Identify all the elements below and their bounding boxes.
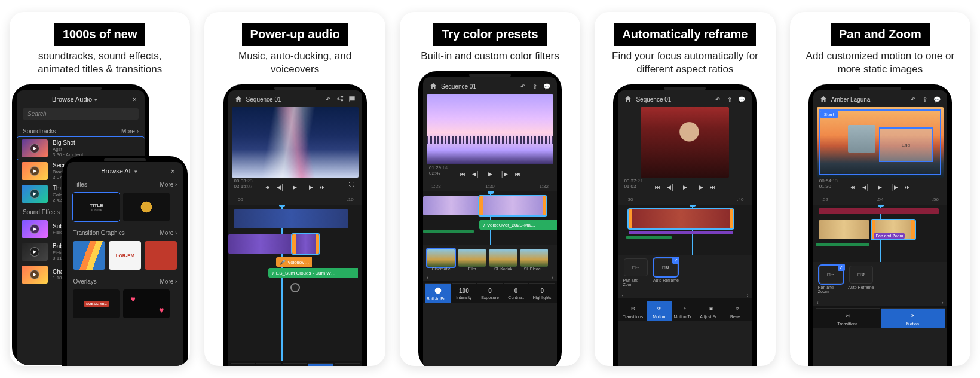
title-tile[interactable]: TITLE subtitle — [73, 193, 120, 221]
tool-adjust-frame[interactable]: ▣Adjust Frame — [699, 301, 724, 321]
undo-icon[interactable]: ↶ — [324, 95, 332, 103]
chevron-right-icon[interactable]: › — [942, 300, 944, 306]
share-icon[interactable]: ⇪ — [725, 95, 734, 103]
share-icon[interactable] — [336, 95, 344, 103]
play-icon[interactable]: ▶ — [289, 181, 301, 193]
step-fwd-icon[interactable]: │▶ — [890, 182, 899, 192]
chat-icon[interactable] — [348, 95, 356, 103]
voiceover-chip[interactable]: 🎤 Voiceov… — [276, 257, 312, 267]
chat-icon[interactable]: 💬 — [737, 95, 746, 103]
undo-icon[interactable]: ↶ — [713, 95, 722, 103]
play-icon[interactable]: ▶ — [30, 270, 39, 279]
voiceover-chip[interactable]: ♪ VoiceOver_2020-Ma… — [479, 220, 557, 230]
tool-builtin-presets[interactable]: Built-in Presets — [425, 283, 451, 303]
step-back-icon[interactable]: ◀│ — [471, 169, 480, 179]
step-fwd-icon[interactable]: │▶ — [694, 182, 704, 192]
tool-contrast[interactable]: 0Contrast — [504, 283, 529, 303]
transition-tile[interactable] — [73, 241, 105, 270]
undo-icon[interactable]: ↶ — [909, 95, 917, 103]
opt-pan-zoom[interactable]: ◻↔ Pan and Zoom — [818, 266, 844, 294]
tool-intensity[interactable]: 100Intensity — [452, 283, 477, 303]
play-icon[interactable]: ▶ — [30, 166, 39, 176]
video-preview[interactable]: Start End — [817, 107, 944, 178]
opt-pan-zoom[interactable]: ◻↔ Pan and Zoom — [623, 258, 649, 286]
skip-start-icon[interactable]: ⏮ — [653, 182, 662, 192]
search-input[interactable]: Search — [23, 108, 139, 120]
more-link[interactable]: More — [121, 128, 139, 135]
browse-all-dropdown[interactable]: Browse All — [101, 167, 137, 175]
play-icon[interactable]: ▶ — [484, 168, 496, 180]
skip-end-icon[interactable]: ⏭ — [318, 182, 327, 192]
tool-mute-clip[interactable]: Mute Clip — [256, 363, 281, 366]
timeline[interactable]: ♪ VoiceOver_2020-Ma… — [423, 191, 557, 245]
video-preview[interactable] — [641, 107, 729, 178]
play-icon[interactable]: ▶ — [30, 144, 39, 153]
tool-type-music[interactable]: Type: Music — [283, 363, 308, 366]
tool-auto-duck[interactable]: Off Auto Duck — [335, 363, 360, 366]
undo-icon[interactable]: ↶ — [519, 82, 527, 90]
browse-audio-dropdown[interactable]: Browse Audio — [52, 96, 97, 103]
step-fwd-icon[interactable]: │▶ — [305, 182, 314, 192]
skip-end-icon[interactable]: ⏭ — [708, 182, 717, 192]
close-icon[interactable]: ✕ — [169, 167, 177, 175]
step-back-icon[interactable]: ◀│ — [276, 182, 286, 192]
home-icon[interactable] — [234, 95, 243, 103]
scrub-handle[interactable] — [290, 283, 300, 292]
chevron-right-icon[interactable]: › — [552, 275, 553, 281]
step-fwd-icon[interactable]: │▶ — [500, 169, 509, 179]
play-icon[interactable]: ▶ — [874, 181, 886, 193]
skip-end-icon[interactable]: ⏭ — [903, 182, 912, 192]
chat-icon[interactable]: 💬 — [933, 95, 941, 103]
chevron-left-icon[interactable]: ‹ — [621, 292, 623, 298]
tool-highlights[interactable]: 0Highlights — [529, 283, 555, 303]
video-preview[interactable] — [427, 94, 553, 164]
skip-start-icon[interactable]: ⏮ — [458, 169, 467, 179]
tool-auto-volume[interactable]: Auto Volume — [308, 363, 333, 366]
step-back-icon[interactable]: ◀│ — [666, 182, 675, 192]
transition-tile[interactable]: LOR-EM — [109, 241, 141, 270]
tool-motion[interactable]: ⟳Motion — [647, 301, 672, 321]
color-preset[interactable]: SL Kodak — [489, 249, 517, 271]
music-chip[interactable]: ♪ ES_Sum Clouds - Sum W… — [268, 268, 358, 278]
play-icon[interactable]: ▶ — [679, 181, 691, 193]
skip-start-icon[interactable]: ⏮ — [848, 182, 858, 192]
home-icon[interactable] — [819, 95, 828, 103]
chevron-left-icon[interactable]: ‹ — [817, 300, 819, 306]
overlay-tile[interactable]: SUBSCRIBE — [73, 289, 120, 318]
chat-icon[interactable]: 💬 — [543, 82, 551, 90]
more-link[interactable]: More — [160, 230, 177, 236]
close-icon[interactable]: ✕ — [130, 95, 139, 103]
pz-start-label[interactable]: Start — [820, 111, 838, 118]
color-preset[interactable]: Cinematic — [427, 249, 455, 271]
timeline[interactable] — [618, 205, 752, 255]
tool-motion-tracking[interactable]: ⌖Motion Tracking: Default — [673, 301, 698, 321]
home-icon[interactable] — [624, 95, 632, 103]
chevron-left-icon[interactable]: ‹ — [427, 275, 428, 281]
opt-auto-reframe[interactable]: ◻⚙ Auto Reframe — [653, 258, 679, 282]
chevron-right-icon[interactable]: › — [746, 292, 748, 298]
timeline[interactable]: Pan and Zoom — [813, 205, 947, 262]
step-back-icon[interactable]: ◀│ — [861, 182, 871, 192]
tool-reset[interactable]: ↺Rese… — [725, 301, 750, 321]
fullscreen-icon[interactable]: ⛶ — [348, 180, 356, 188]
play-icon[interactable]: ▶ — [30, 247, 39, 257]
color-preset[interactable]: SL Bleac… — [520, 249, 549, 271]
share-icon[interactable]: ⇪ — [531, 82, 539, 90]
home-icon[interactable] — [429, 82, 437, 90]
tool-exposure[interactable]: 0Exposure — [477, 283, 503, 303]
skip-start-icon[interactable]: ⏮ — [263, 182, 272, 192]
opt-auto-reframe[interactable]: ◻⚙ Auto Reframe — [848, 266, 874, 289]
video-preview[interactable] — [232, 107, 359, 178]
skip-end-icon[interactable]: ⏭ — [513, 169, 522, 179]
pz-start-frame[interactable] — [819, 109, 941, 175]
transition-tile[interactable] — [145, 241, 177, 270]
more-link[interactable]: More — [160, 181, 177, 188]
pz-end-frame[interactable]: End — [879, 127, 933, 162]
tool-clip-volume[interactable]: 50% Clip Volume — [231, 363, 256, 366]
tool-transitions[interactable]: ⋈Transitions — [620, 301, 645, 321]
timeline[interactable]: 🎤 Voiceov… ♪ ES_Sum Clouds - Sum W… — [228, 205, 362, 361]
play-icon[interactable]: ▶ — [30, 189, 39, 199]
more-link[interactable]: More — [160, 278, 177, 285]
title-tile[interactable] — [123, 193, 170, 221]
share-icon[interactable]: ⇪ — [921, 95, 929, 103]
